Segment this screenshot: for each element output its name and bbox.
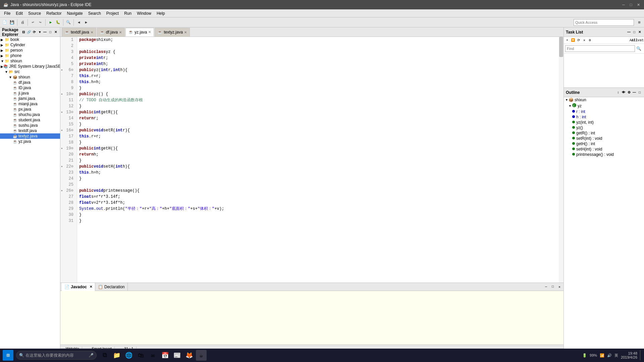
outline-minimize-icon[interactable]: — (632, 90, 637, 95)
tree-item-jiami[interactable]: ☕ jiami.java (0, 96, 60, 101)
outline-setR[interactable]: setR(int) : void (564, 136, 644, 141)
menu-navigate[interactable]: Navigate (64, 10, 85, 16)
show-desktop-btn[interactable] (640, 350, 641, 360)
outline-setH[interactable]: setH(int) : void (564, 146, 644, 152)
menu-help[interactable]: Help (154, 10, 168, 16)
tree-item-cylinder[interactable]: ▶ 📁 Cylinder (0, 42, 60, 48)
tree-item-yz[interactable]: ☕ yz.java (0, 139, 60, 144)
tab-textdf[interactable]: ☕ textdf.java ✕ (62, 28, 96, 37)
menu-file[interactable]: File (1, 10, 13, 16)
editor-scrollbar[interactable] (559, 37, 564, 283)
tree-item-sushu[interactable]: ☕ sushu.java (0, 123, 60, 128)
bottom-minimize-btn[interactable]: — (543, 284, 549, 290)
save-button[interactable]: 💾 (9, 19, 15, 26)
start-button[interactable]: ⊞ (3, 350, 13, 361)
tree-item-person[interactable]: ▶ 📁 person (0, 48, 60, 53)
tree-item-shixun[interactable]: ▼ 📁 shixun (0, 58, 60, 64)
sync-icon[interactable]: ⟳ (32, 30, 37, 35)
outline-settings-icon[interactable]: ⚙ (627, 90, 631, 95)
task-refresh-btn[interactable]: ⟳ (576, 38, 581, 43)
quick-access-input[interactable] (574, 19, 634, 26)
search-button[interactable]: 🔍 (65, 19, 72, 26)
tab-declaration[interactable]: 📋 Declaration (95, 283, 128, 291)
tree-item-df[interactable]: ☕ df.java (0, 80, 60, 85)
outline-getH[interactable]: getH() : int (564, 141, 644, 146)
outline-h-field[interactable]: h : int (564, 114, 644, 120)
outline-r-field[interactable]: r : int (564, 109, 644, 114)
tab-textyz[interactable]: ☕ textyz.java ✕ (155, 28, 190, 37)
taskbar-search[interactable]: 🔍 在这里输入你要搜索的内容 🎤 (16, 351, 97, 360)
outline-getR[interactable]: getR() : int (564, 130, 644, 136)
explorer-button[interactable]: 📁 (111, 350, 122, 361)
outline-printmessage[interactable]: printmessage() : void (564, 152, 644, 157)
yz-tab-close[interactable]: ✕ (148, 30, 151, 34)
close-view-icon[interactable]: ✕ (53, 30, 58, 35)
eclipse-button[interactable]: ☕ (196, 350, 207, 361)
menu-source[interactable]: Source (25, 10, 44, 16)
tree-item-px[interactable]: ☕ px.java (0, 107, 60, 112)
perspective-button[interactable]: ⊞ (636, 19, 643, 26)
calendar-button[interactable]: 📅 (160, 350, 170, 361)
code-editor[interactable]: 1 2 3 4 5 6⊙ 7 8 9 10⊙ 11 12 13⊙ 14 15 1… (60, 37, 564, 283)
menu-icon[interactable]: ▾ (37, 30, 42, 35)
store-button[interactable]: 🛍 (136, 350, 146, 361)
menu-window[interactable]: Window (134, 10, 154, 16)
collapse-icon[interactable]: ⊟ (21, 30, 26, 35)
tree-item-shixun-pkg[interactable]: ▼ 📦 shixun (0, 74, 60, 80)
df-tab-close[interactable]: ✕ (119, 31, 122, 34)
tab-javadoc[interactable]: 📄 Javadoc ✕ (62, 283, 95, 291)
tab-df[interactable]: ☕ df.java ✕ (97, 28, 125, 37)
tree-item-phone[interactable]: ▶ 📁 phone (0, 53, 60, 58)
task-minimize-icon[interactable]: — (627, 30, 631, 35)
menu-refactor[interactable]: Refactor (44, 10, 64, 16)
outline-constructor1[interactable]: yz(int, int) (564, 120, 644, 125)
close-button[interactable]: ✕ (636, 2, 641, 7)
minimize-button[interactable]: ─ (621, 2, 626, 7)
tree-item-student[interactable]: ☕ student.java (0, 117, 60, 123)
maximize-button[interactable]: □ (629, 2, 633, 7)
code-content[interactable]: package shixun; public class yz { privat… (77, 37, 559, 283)
tree-item-textdf[interactable]: ☕ textdf.java (0, 128, 60, 133)
redo-button[interactable]: ↪ (37, 19, 44, 26)
bottom-close-btn[interactable]: ✕ (557, 284, 562, 290)
print-button[interactable]: 🖨 (19, 19, 26, 26)
forward-button[interactable]: ▶ (83, 19, 90, 26)
tree-item-ji[interactable]: ☕ ji.java (0, 90, 60, 96)
taskview-button[interactable]: ⧉ (99, 350, 110, 361)
new-button[interactable]: 📄 (1, 19, 8, 26)
maximize-view-icon[interactable]: □ (48, 30, 53, 35)
edge-button[interactable]: 🌐 (123, 350, 134, 361)
task-new-btn[interactable]: + (565, 38, 570, 43)
task-delete-btn[interactable]: ✕ (582, 38, 587, 43)
debug-button[interactable]: 🐛 (55, 19, 61, 26)
tree-item-src[interactable]: ▼ 📂 src (0, 69, 60, 74)
textyz-tab-close[interactable]: ✕ (184, 31, 187, 34)
menu-edit[interactable]: Edit (13, 10, 25, 16)
outline-shixun[interactable]: ▼ 📦 shixun (564, 97, 644, 103)
menu-search[interactable]: Search (86, 10, 104, 16)
back-button[interactable]: ◀ (75, 19, 82, 26)
menu-run[interactable]: Run (121, 10, 134, 16)
task-find-input[interactable] (565, 45, 635, 52)
outline-maximize-icon[interactable]: □ (637, 90, 642, 95)
task-activate-btn[interactable]: Activate... (638, 38, 643, 43)
outline-sort-icon[interactable]: ↕ (616, 90, 621, 95)
tree-item-jre[interactable]: ▶ 📚 JRE System Library [JavaSE-11] (0, 64, 60, 69)
tree-item-book[interactable]: ▶ 📁 book (0, 37, 60, 42)
outline-hide-icon[interactable]: 👁 (621, 90, 626, 95)
bottom-maximize-btn[interactable]: □ (550, 284, 555, 290)
task-settings-btn[interactable]: ⚙ (587, 38, 593, 43)
tree-item-id[interactable]: ☕ ID.java (0, 85, 60, 90)
tree-item-textyz[interactable]: ☕ textyz.java (0, 133, 60, 139)
mail-button[interactable]: ✉ (148, 350, 158, 361)
menu-project[interactable]: Project (104, 10, 121, 16)
minimize-view-icon[interactable]: — (43, 30, 47, 35)
browser2-button[interactable]: 🦊 (184, 350, 195, 361)
task-filter-btn[interactable]: 🔽 (570, 38, 576, 43)
outline-constructor2[interactable]: yz() (564, 125, 644, 130)
undo-button[interactable]: ↩ (30, 19, 36, 26)
run-button[interactable]: ▶ (47, 19, 54, 26)
news-button[interactable]: 📰 (172, 350, 182, 361)
task-maximize-icon[interactable]: □ (632, 30, 637, 35)
tree-item-shuchu[interactable]: ☕ shuchu.java (0, 112, 60, 117)
